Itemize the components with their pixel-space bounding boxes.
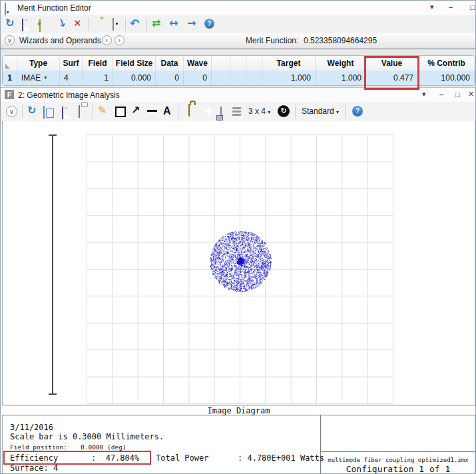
surface-label: Surface: 4 xyxy=(10,463,58,473)
configuration-label: Configuration 1 of 1 xyxy=(321,464,475,474)
merit-editor-titlebar[interactable]: Merit Function Editor ▾ – □ xyxy=(1,1,476,16)
cell-target[interactable]: 1.000 xyxy=(262,71,316,85)
style-dropdown[interactable]: Standard ▾ xyxy=(302,107,339,116)
merit-editor-toolbar: ↻ ▸ ↓ ✕ ★ ↶ ⇄ ↔ → ? xyxy=(1,15,476,34)
minimize-icon[interactable]: – xyxy=(449,3,453,11)
column-header-type[interactable]: Type xyxy=(17,56,60,71)
merit-function-value: 0.523358094664295 xyxy=(304,36,377,45)
minimize-icon[interactable]: – xyxy=(439,91,443,99)
cell-data[interactable]: 0 xyxy=(156,71,184,85)
cell-field-size[interactable]: 0.000 xyxy=(113,71,156,85)
wand-star-icon: ★ xyxy=(99,15,105,21)
maximize-icon[interactable]: □ xyxy=(470,3,475,11)
cell-weight[interactable]: 1.000 xyxy=(316,71,366,85)
column-header-empty[interactable] xyxy=(230,56,246,71)
help-icon[interactable]: ? xyxy=(204,19,214,29)
undo-icon[interactable]: ↶ xyxy=(130,18,139,29)
insert-operand-icon[interactable]: ↓ xyxy=(57,17,69,30)
single-cell-icon[interactable] xyxy=(113,18,114,31)
image-window-icon[interactable] xyxy=(220,107,222,119)
zemax-workspace: Merit Function Editor ▾ – □ ↻ ▸ ↓ ✕ ★ ↶ … xyxy=(0,0,476,474)
wizard-wand-icon[interactable]: ★ xyxy=(93,17,105,29)
toolbar-separator xyxy=(346,105,346,118)
type-dropdown-icon[interactable]: ▾ xyxy=(44,75,47,81)
grid-size-value: 3 x 4 xyxy=(248,107,266,116)
lens-filename: multimode fiber coupling_optimized1.zmx xyxy=(321,457,475,463)
text-icon[interactable]: A xyxy=(163,105,171,117)
cell-type[interactable]: IMAE▾ xyxy=(17,71,60,85)
cell-surf[interactable]: 4 xyxy=(60,71,83,85)
line-icon[interactable] xyxy=(147,110,157,112)
cell-wave[interactable]: 0 xyxy=(184,71,212,85)
delete-icon[interactable]: ✕ xyxy=(73,19,82,29)
refresh-icon[interactable]: ↻ xyxy=(27,105,36,116)
column-header-wave[interactable]: Wave xyxy=(184,56,212,71)
image-analysis-toolbar: ∨ ↻ ✎ ↗ A 3 x 4 ▾ ↻ Standard ▾ ? xyxy=(1,102,476,122)
cell-empty[interactable] xyxy=(246,71,262,85)
column-header-empty[interactable] xyxy=(246,56,262,71)
chevron-down-icon: ▾ xyxy=(336,109,339,115)
double-arrow-icon[interactable]: ↔ xyxy=(169,18,178,29)
merit-function-label: Merit Function: xyxy=(246,36,298,45)
column-header-target[interactable]: Target xyxy=(262,56,316,71)
merit-editor-window-icon xyxy=(5,3,6,15)
refresh-icon[interactable]: ↻ xyxy=(5,18,14,29)
dropdown-icon[interactable]: ▾ xyxy=(430,3,434,11)
column-header-weight[interactable]: Weight xyxy=(316,56,366,71)
close-icon[interactable]: ✕ xyxy=(468,91,474,98)
style-value: Standard xyxy=(302,107,334,116)
rectangle-icon[interactable] xyxy=(115,107,126,117)
corner-triangle-icon xyxy=(5,64,10,69)
total-power-value: : 4.780E+001 Watts xyxy=(238,453,324,463)
analysis-date: 3/11/2016 xyxy=(10,423,53,432)
column-header-surf[interactable]: Surf xyxy=(60,56,83,71)
save-icon[interactable] xyxy=(22,19,23,31)
cell-contrib[interactable]: 100.000 xyxy=(418,71,475,85)
forward-icon[interactable]: → xyxy=(187,18,196,29)
prev-icon[interactable]: ‹ xyxy=(102,35,112,45)
scale-bar-text: Scale bar is 0.3000 Millimeters. xyxy=(10,432,164,441)
cell-field[interactable]: 1 xyxy=(83,71,113,85)
maximize-icon[interactable]: □ xyxy=(455,91,460,99)
plot-caption: Image Diagram xyxy=(2,405,475,415)
open-icon[interactable]: ▸ xyxy=(39,19,41,32)
layers-icon[interactable] xyxy=(232,107,241,117)
print-icon[interactable] xyxy=(79,105,80,118)
scale-bar-bottom-cap xyxy=(49,393,57,395)
table-corner-cell[interactable] xyxy=(3,56,17,71)
analysis-window-icon: F xyxy=(5,90,14,99)
toolbar-separator xyxy=(22,105,23,118)
cell-empty[interactable] xyxy=(212,71,230,85)
toolbar-separator xyxy=(178,105,178,118)
column-header-empty[interactable] xyxy=(212,56,230,71)
settings-chevron-icon[interactable]: ∨ xyxy=(6,106,17,117)
column-header-data[interactable]: Data xyxy=(156,56,184,71)
open-arrow-icon: ▸ xyxy=(38,20,41,27)
lock-icon[interactable] xyxy=(188,104,190,117)
chevron-down-icon: ▾ xyxy=(268,109,270,115)
column-header-field[interactable]: Field xyxy=(83,56,113,71)
field-position-value: 0.0000 (deg) xyxy=(81,443,126,451)
chevron-down-icon[interactable]: ∨ xyxy=(5,35,15,45)
image-analysis-title: 2: Geometric Image Analysis xyxy=(18,91,120,100)
merit-editor-title: Merit Function Editor xyxy=(17,3,91,13)
column-header-field-size[interactable]: Field Size xyxy=(113,56,156,71)
help-icon[interactable]: ? xyxy=(352,106,363,117)
footer-horizontal-divider xyxy=(320,451,475,452)
toolbar-separator xyxy=(295,105,296,118)
row-number[interactable]: 1 xyxy=(3,71,17,85)
toolbar-separator xyxy=(93,105,93,118)
copy-icon[interactable] xyxy=(43,106,45,118)
dropdown-icon[interactable]: ▾ xyxy=(422,91,426,98)
swap-rows-icon[interactable]: ⇄ xyxy=(152,18,160,29)
arrow-icon[interactable]: ↗ xyxy=(131,105,140,116)
save-image-icon[interactable] xyxy=(62,107,63,119)
toolbar-separator xyxy=(88,18,89,31)
next-icon[interactable]: › xyxy=(115,35,124,45)
scale-bar xyxy=(52,134,53,395)
pencil-icon[interactable]: ✎ xyxy=(98,105,107,116)
column-header-contrib[interactable]: % Contrib xyxy=(418,56,475,71)
auto-update-icon[interactable]: ↻ xyxy=(278,105,290,117)
cell-empty[interactable] xyxy=(230,71,246,85)
grid-size-dropdown[interactable]: 3 x 4 ▾ xyxy=(248,107,270,116)
